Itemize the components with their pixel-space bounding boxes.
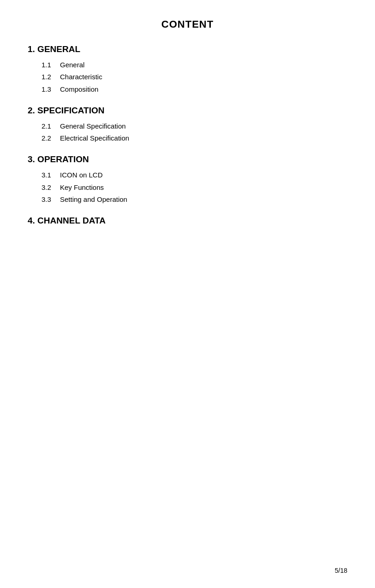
section-heading-3: 3. OPERATION <box>28 154 347 165</box>
subsection-item-1-1: 1.1General <box>42 59 347 71</box>
section-heading-4: 4. CHANNEL DATA <box>28 216 347 226</box>
subsection-number: 1.3 <box>42 83 54 95</box>
subsection-number: 1.2 <box>42 71 54 83</box>
subsection-item-1-2: 1.2Characteristic <box>42 71 347 83</box>
subsection-list-2: 2.1General Specification2.2Electrical Sp… <box>28 120 347 145</box>
subsection-label: Electrical Specification <box>60 132 129 144</box>
subsection-item-1-3: 1.3Composition <box>42 83 347 95</box>
subsection-number: 2.2 <box>42 132 54 144</box>
subsection-item-2-2: 2.2Electrical Specification <box>42 132 347 144</box>
subsection-number: 1.1 <box>42 59 54 71</box>
subsection-label: General Specification <box>60 120 126 132</box>
page-footer: 5/18 <box>335 567 347 574</box>
subsection-item-2-1: 2.1General Specification <box>42 120 347 132</box>
subsection-number: 3.3 <box>42 194 54 206</box>
section-heading-2: 2. SPECIFICATION <box>28 106 347 116</box>
subsection-number: 2.1 <box>42 120 54 132</box>
subsection-item-3-2: 3.2Key Functions <box>42 182 347 194</box>
subsection-item-3-3: 3.3Setting and Operation <box>42 194 347 206</box>
subsection-number: 3.2 <box>42 182 54 194</box>
subsection-item-3-1: 3.1ICON on LCD <box>42 169 347 181</box>
section-heading-1: 1. GENERAL <box>28 44 347 54</box>
subsection-number: 3.1 <box>42 169 54 181</box>
subsection-list-3: 3.1ICON on LCD3.2Key Functions3.3Setting… <box>28 169 347 206</box>
subsection-label: Characteristic <box>60 71 102 83</box>
subsection-list-1: 1.1General1.2Characteristic1.3Compositio… <box>28 59 347 95</box>
subsection-label: ICON on LCD <box>60 169 103 181</box>
subsection-label: Composition <box>60 83 98 95</box>
subsection-label: Key Functions <box>60 182 104 194</box>
page-title: CONTENT <box>28 18 347 30</box>
subsection-label: Setting and Operation <box>60 194 127 206</box>
subsection-label: General <box>60 59 84 71</box>
